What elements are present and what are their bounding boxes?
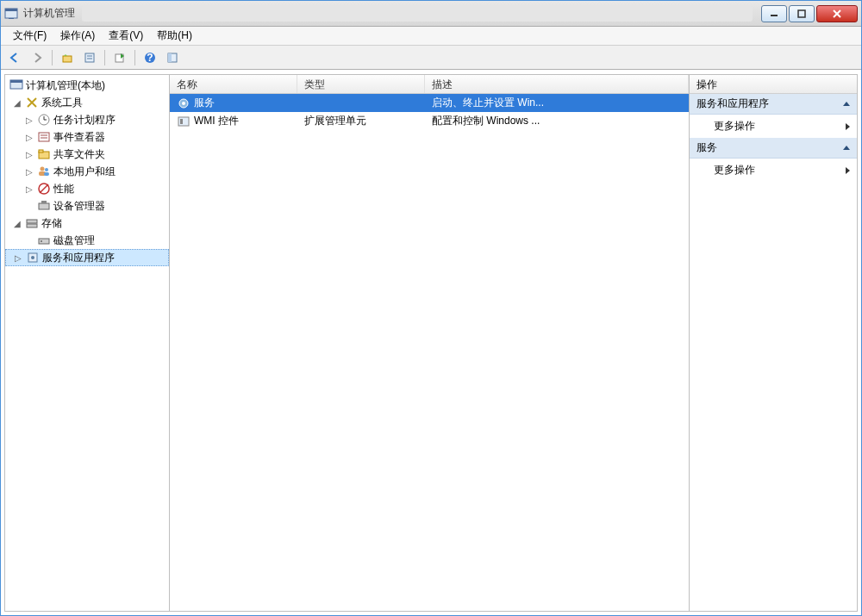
actions-more-1[interactable]: 更多操作 <box>690 115 857 138</box>
svg-rect-34 <box>27 220 37 223</box>
cell-desc: 启动、终止并设置 Win... <box>425 96 689 110</box>
close-button[interactable] <box>816 5 858 22</box>
tree-task-scheduler[interactable]: ▷ 任务计划程序 <box>5 111 169 128</box>
disk-icon <box>37 233 51 247</box>
up-button[interactable] <box>57 48 78 67</box>
expand-icon[interactable]: ▷ <box>24 184 34 194</box>
titlebar[interactable]: 计算机管理 <box>1 1 861 27</box>
svg-point-39 <box>31 256 34 259</box>
toolbar-separator <box>104 50 105 65</box>
group-label: 服务和应用程序 <box>696 96 769 111</box>
actions-group-services-apps[interactable]: 服务和应用程序 <box>690 94 857 115</box>
svg-text:?: ? <box>147 52 153 64</box>
svg-rect-7 <box>63 56 72 62</box>
tree-label: 计算机管理(本地) <box>26 78 105 93</box>
users-icon <box>37 165 51 178</box>
tree: 计算机管理(本地) ◢ 系统工具 ▷ 任务计划程序 ▷ 事件查看器 <box>5 75 169 268</box>
actions-more-2[interactable]: 更多操作 <box>690 159 857 182</box>
column-name[interactable]: 名称 <box>170 75 297 93</box>
help-button[interactable]: ? <box>140 48 160 67</box>
window-title: 计算机管理 <box>23 6 75 21</box>
tree-local-users[interactable]: ▷ 本地用户和组 <box>5 163 169 180</box>
menu-file[interactable]: 文件(F) <box>6 27 53 45</box>
titlebar-blur <box>82 6 753 22</box>
action-label: 更多操作 <box>714 163 755 177</box>
menu-view[interactable]: 查看(V) <box>102 27 150 45</box>
svg-rect-35 <box>27 224 37 227</box>
tree-label: 磁盘管理 <box>53 233 95 248</box>
list-pane: 名称 类型 描述 服务 启动、终止并设置 Win... WMI 控件 <box>170 74 689 612</box>
refresh-button[interactable] <box>109 48 130 67</box>
minimize-button[interactable] <box>761 5 787 22</box>
tree-label: 系统工具 <box>41 96 83 110</box>
wmi-icon <box>177 115 191 128</box>
list-row-wmi[interactable]: WMI 控件 扩展管理单元 配置和控制 Windows ... <box>170 112 689 130</box>
list-header: 名称 类型 描述 <box>170 75 689 94</box>
menu-action[interactable]: 操作(A) <box>53 27 102 45</box>
collapse-icon[interactable]: ◢ <box>12 98 22 108</box>
action-label: 更多操作 <box>714 119 755 134</box>
tree-shared-folders[interactable]: ▷ 共享文件夹 <box>5 146 169 163</box>
menu-help[interactable]: 帮助(H) <box>150 27 199 45</box>
toolbar: ? <box>1 46 861 70</box>
svg-point-27 <box>45 168 48 171</box>
column-type[interactable]: 类型 <box>297 75 425 93</box>
tree-event-viewer[interactable]: ▷ 事件查看器 <box>5 128 169 146</box>
svg-rect-21 <box>39 133 49 141</box>
gear-icon <box>177 96 191 110</box>
tree-root[interactable]: 计算机管理(本地) <box>5 77 169 94</box>
expand-icon[interactable]: ▷ <box>13 253 23 263</box>
actions-header: 操作 <box>690 75 857 94</box>
cell-name: WMI 控件 <box>194 114 239 128</box>
clock-icon <box>37 113 51 127</box>
tree-pane: 计算机管理(本地) ◢ 系统工具 ▷ 任务计划程序 ▷ 事件查看器 <box>4 74 170 612</box>
toolbar-separator <box>134 50 135 65</box>
performance-icon <box>37 182 51 196</box>
submenu-icon <box>846 123 850 130</box>
tree-device-manager[interactable]: 设备管理器 <box>5 197 169 215</box>
folder-icon <box>37 147 51 161</box>
list-body: 服务 启动、终止并设置 Win... WMI 控件 扩展管理单元 配置和控制 W… <box>170 94 689 130</box>
column-desc[interactable]: 描述 <box>425 75 689 93</box>
expand-icon[interactable]: ▷ <box>24 150 34 159</box>
svg-rect-2 <box>9 18 14 19</box>
device-icon <box>37 199 51 213</box>
svg-rect-1 <box>5 9 17 11</box>
svg-rect-42 <box>178 117 189 126</box>
tree-label: 任务计划程序 <box>53 113 116 128</box>
window-buttons <box>759 5 858 22</box>
tree-label: 共享文件夹 <box>53 147 105 162</box>
cell-type: 扩展管理单元 <box>297 114 425 128</box>
maximize-button[interactable] <box>789 5 815 22</box>
svg-rect-17 <box>10 80 22 83</box>
expand-icon[interactable]: ▷ <box>24 115 34 125</box>
list-row-services[interactable]: 服务 启动、终止并设置 Win... <box>170 94 689 112</box>
menubar: 文件(F) 操作(A) 查看(V) 帮助(H) <box>1 27 861 46</box>
collapse-icon <box>843 102 850 106</box>
cell-name: 服务 <box>194 96 215 110</box>
svg-rect-29 <box>44 172 49 176</box>
tree-label: 性能 <box>53 182 74 196</box>
expand-icon[interactable]: ▷ <box>24 133 34 142</box>
tree-services-apps[interactable]: ▷ 服务和应用程序 <box>5 249 169 266</box>
show-hide-button[interactable] <box>162 48 183 67</box>
computer-icon <box>9 78 23 92</box>
tree-label: 设备管理器 <box>53 199 105 214</box>
collapse-icon[interactable]: ◢ <box>12 219 22 228</box>
forward-button[interactable] <box>27 48 47 67</box>
expand-icon[interactable]: ▷ <box>24 167 34 177</box>
tree-disk-management[interactable]: 磁盘管理 <box>5 232 169 249</box>
tree-label: 存储 <box>41 216 62 231</box>
properties-button[interactable] <box>79 48 100 67</box>
cell-desc: 配置和控制 Windows ... <box>425 114 689 128</box>
svg-point-26 <box>41 167 45 171</box>
back-button[interactable] <box>4 48 25 67</box>
tree-storage[interactable]: ◢ 存储 <box>5 215 169 232</box>
actions-group-services[interactable]: 服务 <box>690 138 857 159</box>
tree-label: 事件查看器 <box>53 130 105 145</box>
tree-performance[interactable]: ▷ 性能 <box>5 180 169 197</box>
client-area: 计算机管理(本地) ◢ 系统工具 ▷ 任务计划程序 ▷ 事件查看器 <box>1 70 861 615</box>
tree-label: 本地用户和组 <box>53 165 116 179</box>
tree-system-tools[interactable]: ◢ 系统工具 <box>5 94 169 111</box>
window: 计算机管理 文件(F) 操作(A) 查看(V) 帮助(H) ? 计算机 <box>0 0 862 616</box>
